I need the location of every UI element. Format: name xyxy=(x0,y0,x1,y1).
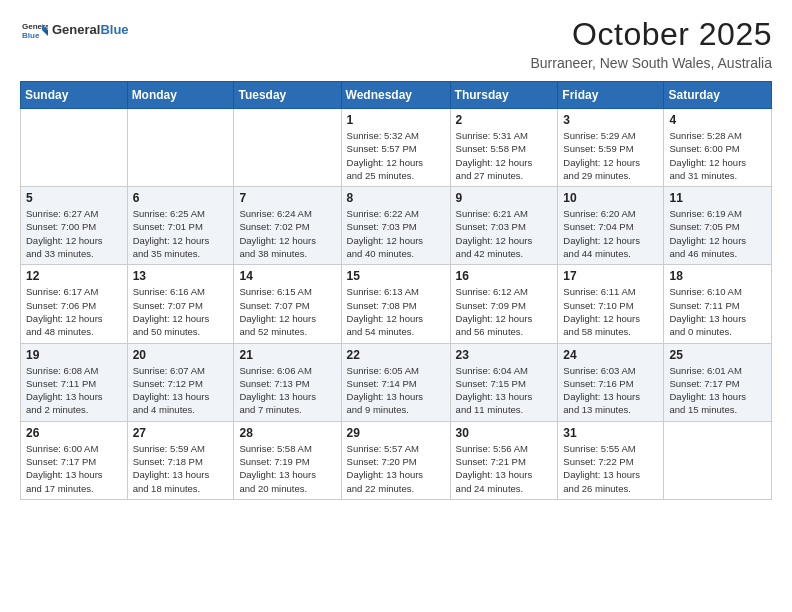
calendar-cell: 21Sunrise: 6:06 AM Sunset: 7:13 PM Dayli… xyxy=(234,343,341,421)
day-info: Sunrise: 6:11 AM Sunset: 7:10 PM Dayligh… xyxy=(563,285,658,338)
day-number: 1 xyxy=(347,113,445,127)
calendar-cell: 25Sunrise: 6:01 AM Sunset: 7:17 PM Dayli… xyxy=(664,343,772,421)
calendar-cell: 27Sunrise: 5:59 AM Sunset: 7:18 PM Dayli… xyxy=(127,421,234,499)
weekday-header-friday: Friday xyxy=(558,82,664,109)
calendar-cell: 2Sunrise: 5:31 AM Sunset: 5:58 PM Daylig… xyxy=(450,109,558,187)
calendar-cell: 8Sunrise: 6:22 AM Sunset: 7:03 PM Daylig… xyxy=(341,187,450,265)
day-number: 4 xyxy=(669,113,766,127)
day-info: Sunrise: 5:28 AM Sunset: 6:00 PM Dayligh… xyxy=(669,129,766,182)
calendar-cell: 3Sunrise: 5:29 AM Sunset: 5:59 PM Daylig… xyxy=(558,109,664,187)
logo-text-block: GeneralBlue xyxy=(52,23,129,37)
location: Burraneer, New South Wales, Australia xyxy=(531,55,773,71)
calendar-cell: 22Sunrise: 6:05 AM Sunset: 7:14 PM Dayli… xyxy=(341,343,450,421)
day-number: 20 xyxy=(133,348,229,362)
day-number: 10 xyxy=(563,191,658,205)
weekday-header-saturday: Saturday xyxy=(664,82,772,109)
day-info: Sunrise: 5:29 AM Sunset: 5:59 PM Dayligh… xyxy=(563,129,658,182)
calendar-cell: 13Sunrise: 6:16 AM Sunset: 7:07 PM Dayli… xyxy=(127,265,234,343)
day-number: 17 xyxy=(563,269,658,283)
day-number: 13 xyxy=(133,269,229,283)
calendar-week-3: 12Sunrise: 6:17 AM Sunset: 7:06 PM Dayli… xyxy=(21,265,772,343)
weekday-header-tuesday: Tuesday xyxy=(234,82,341,109)
calendar-week-2: 5Sunrise: 6:27 AM Sunset: 7:00 PM Daylig… xyxy=(21,187,772,265)
calendar-cell: 26Sunrise: 6:00 AM Sunset: 7:17 PM Dayli… xyxy=(21,421,128,499)
logo-general: General xyxy=(52,22,100,37)
day-number: 14 xyxy=(239,269,335,283)
calendar-cell: 15Sunrise: 6:13 AM Sunset: 7:08 PM Dayli… xyxy=(341,265,450,343)
calendar-cell: 16Sunrise: 6:12 AM Sunset: 7:09 PM Dayli… xyxy=(450,265,558,343)
calendar-cell: 9Sunrise: 6:21 AM Sunset: 7:03 PM Daylig… xyxy=(450,187,558,265)
month-title: October 2025 xyxy=(531,16,773,53)
day-info: Sunrise: 6:01 AM Sunset: 7:17 PM Dayligh… xyxy=(669,364,766,417)
day-number: 22 xyxy=(347,348,445,362)
calendar-table: SundayMondayTuesdayWednesdayThursdayFrid… xyxy=(20,81,772,500)
calendar-cell: 10Sunrise: 6:20 AM Sunset: 7:04 PM Dayli… xyxy=(558,187,664,265)
calendar-week-4: 19Sunrise: 6:08 AM Sunset: 7:11 PM Dayli… xyxy=(21,343,772,421)
calendar-cell: 23Sunrise: 6:04 AM Sunset: 7:15 PM Dayli… xyxy=(450,343,558,421)
day-info: Sunrise: 6:05 AM Sunset: 7:14 PM Dayligh… xyxy=(347,364,445,417)
day-number: 5 xyxy=(26,191,122,205)
day-info: Sunrise: 6:17 AM Sunset: 7:06 PM Dayligh… xyxy=(26,285,122,338)
day-info: Sunrise: 6:08 AM Sunset: 7:11 PM Dayligh… xyxy=(26,364,122,417)
day-info: Sunrise: 6:10 AM Sunset: 7:11 PM Dayligh… xyxy=(669,285,766,338)
calendar-cell: 7Sunrise: 6:24 AM Sunset: 7:02 PM Daylig… xyxy=(234,187,341,265)
day-number: 16 xyxy=(456,269,553,283)
day-info: Sunrise: 5:56 AM Sunset: 7:21 PM Dayligh… xyxy=(456,442,553,495)
day-number: 6 xyxy=(133,191,229,205)
day-number: 27 xyxy=(133,426,229,440)
logo-blue: Blue xyxy=(100,22,128,37)
day-info: Sunrise: 6:19 AM Sunset: 7:05 PM Dayligh… xyxy=(669,207,766,260)
day-number: 7 xyxy=(239,191,335,205)
day-info: Sunrise: 5:57 AM Sunset: 7:20 PM Dayligh… xyxy=(347,442,445,495)
calendar-cell xyxy=(21,109,128,187)
day-number: 11 xyxy=(669,191,766,205)
calendar-week-5: 26Sunrise: 6:00 AM Sunset: 7:17 PM Dayli… xyxy=(21,421,772,499)
calendar-week-1: 1Sunrise: 5:32 AM Sunset: 5:57 PM Daylig… xyxy=(21,109,772,187)
calendar-cell: 1Sunrise: 5:32 AM Sunset: 5:57 PM Daylig… xyxy=(341,109,450,187)
day-info: Sunrise: 5:55 AM Sunset: 7:22 PM Dayligh… xyxy=(563,442,658,495)
calendar-cell: 12Sunrise: 6:17 AM Sunset: 7:06 PM Dayli… xyxy=(21,265,128,343)
day-number: 9 xyxy=(456,191,553,205)
header: General Blue GeneralBlue October 2025 Bu… xyxy=(20,16,772,71)
calendar-cell: 20Sunrise: 6:07 AM Sunset: 7:12 PM Dayli… xyxy=(127,343,234,421)
day-number: 18 xyxy=(669,269,766,283)
day-number: 29 xyxy=(347,426,445,440)
day-number: 3 xyxy=(563,113,658,127)
logo: General Blue GeneralBlue xyxy=(20,16,129,44)
title-block: October 2025 Burraneer, New South Wales,… xyxy=(531,16,773,71)
day-info: Sunrise: 6:20 AM Sunset: 7:04 PM Dayligh… xyxy=(563,207,658,260)
day-info: Sunrise: 5:58 AM Sunset: 7:19 PM Dayligh… xyxy=(239,442,335,495)
calendar-cell: 29Sunrise: 5:57 AM Sunset: 7:20 PM Dayli… xyxy=(341,421,450,499)
calendar-cell: 17Sunrise: 6:11 AM Sunset: 7:10 PM Dayli… xyxy=(558,265,664,343)
day-number: 30 xyxy=(456,426,553,440)
calendar-cell: 5Sunrise: 6:27 AM Sunset: 7:00 PM Daylig… xyxy=(21,187,128,265)
day-info: Sunrise: 6:21 AM Sunset: 7:03 PM Dayligh… xyxy=(456,207,553,260)
day-number: 12 xyxy=(26,269,122,283)
calendar-cell: 14Sunrise: 6:15 AM Sunset: 7:07 PM Dayli… xyxy=(234,265,341,343)
day-info: Sunrise: 6:27 AM Sunset: 7:00 PM Dayligh… xyxy=(26,207,122,260)
calendar-cell: 4Sunrise: 5:28 AM Sunset: 6:00 PM Daylig… xyxy=(664,109,772,187)
calendar-cell: 28Sunrise: 5:58 AM Sunset: 7:19 PM Dayli… xyxy=(234,421,341,499)
weekday-header-thursday: Thursday xyxy=(450,82,558,109)
day-number: 23 xyxy=(456,348,553,362)
calendar-cell: 30Sunrise: 5:56 AM Sunset: 7:21 PM Dayli… xyxy=(450,421,558,499)
day-number: 8 xyxy=(347,191,445,205)
day-info: Sunrise: 6:24 AM Sunset: 7:02 PM Dayligh… xyxy=(239,207,335,260)
svg-text:Blue: Blue xyxy=(22,31,40,40)
day-info: Sunrise: 6:12 AM Sunset: 7:09 PM Dayligh… xyxy=(456,285,553,338)
day-number: 19 xyxy=(26,348,122,362)
logo-icon: General Blue xyxy=(20,16,48,44)
day-info: Sunrise: 5:31 AM Sunset: 5:58 PM Dayligh… xyxy=(456,129,553,182)
calendar-cell xyxy=(234,109,341,187)
day-number: 24 xyxy=(563,348,658,362)
calendar-cell: 19Sunrise: 6:08 AM Sunset: 7:11 PM Dayli… xyxy=(21,343,128,421)
weekday-header-row: SundayMondayTuesdayWednesdayThursdayFrid… xyxy=(21,82,772,109)
day-info: Sunrise: 5:59 AM Sunset: 7:18 PM Dayligh… xyxy=(133,442,229,495)
day-info: Sunrise: 6:07 AM Sunset: 7:12 PM Dayligh… xyxy=(133,364,229,417)
calendar-cell xyxy=(664,421,772,499)
day-info: Sunrise: 6:16 AM Sunset: 7:07 PM Dayligh… xyxy=(133,285,229,338)
day-number: 21 xyxy=(239,348,335,362)
day-info: Sunrise: 6:22 AM Sunset: 7:03 PM Dayligh… xyxy=(347,207,445,260)
day-number: 26 xyxy=(26,426,122,440)
day-number: 15 xyxy=(347,269,445,283)
